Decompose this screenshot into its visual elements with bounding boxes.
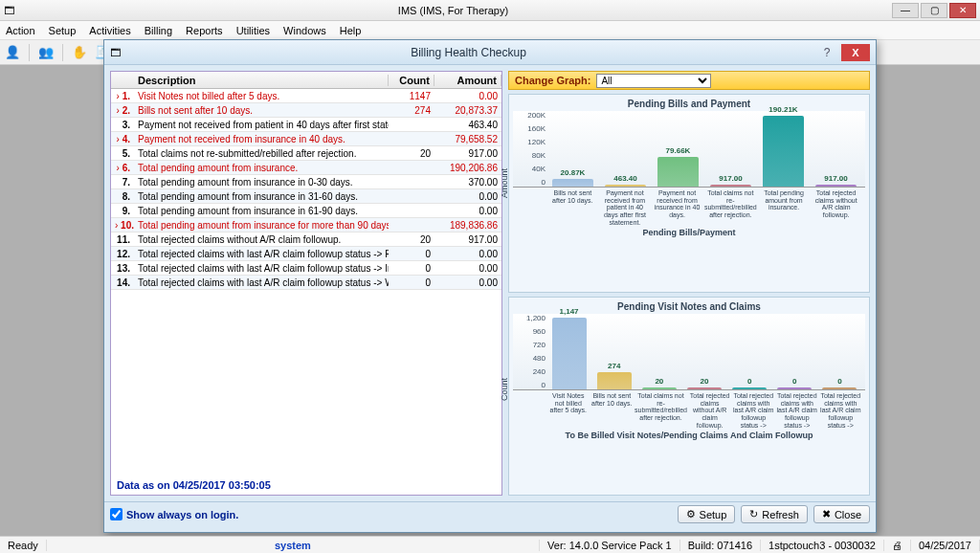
modal-close-button[interactable]: X xyxy=(841,44,870,61)
show-always-checkbox[interactable]: Show always on login. xyxy=(110,508,238,520)
app-titlebar: 🗔 IMS (IMS, For Therapy) — ▢ ✕ xyxy=(0,0,980,21)
chart-area: 1,20096072048024001,1472742020000 xyxy=(513,314,865,390)
menubar: ActionSetupActivitiesBillingReportsUtili… xyxy=(0,21,980,40)
modal-icon: 🗔 xyxy=(110,47,121,58)
menu-activities[interactable]: Activities xyxy=(89,25,130,36)
app-icon: 🗔 xyxy=(4,5,14,16)
data-as-on: Data as on 04/25/2017 03:50:05 xyxy=(111,476,501,495)
x-label: Total rejected claims with last A/R clai… xyxy=(732,392,774,429)
bar: 463.40 xyxy=(600,185,651,187)
x-label: Bills not sent after 10 days. xyxy=(547,189,598,226)
billing-health-checkup-window: 🗔 Billing Health Checkup ? X Description… xyxy=(103,39,877,533)
table-row[interactable]: 10.Total pending amount from insurance f… xyxy=(111,218,501,232)
table-row[interactable]: 8.Total pending amount from insurance in… xyxy=(111,189,501,204)
refresh-icon: ↻ xyxy=(749,508,758,520)
bar: 20 xyxy=(637,387,680,389)
status-user: system xyxy=(47,540,540,551)
x-label: Total claims not re-submitted/rebilled a… xyxy=(704,189,757,226)
close-icon: ✖ xyxy=(822,508,831,520)
table-row[interactable]: 6.Total pending amount from insurance.19… xyxy=(111,161,501,175)
app-close-button[interactable]: ✕ xyxy=(949,3,976,18)
x-label: Total rejected claims with last A/R clai… xyxy=(820,392,862,429)
table-row[interactable]: 3.Payment not received from patient in 4… xyxy=(111,118,501,132)
table-row[interactable]: 7.Total pending amount from insurance in… xyxy=(111,175,501,189)
bar: 20 xyxy=(682,387,725,389)
user-icon[interactable]: 👤 xyxy=(4,44,21,61)
status-build: Build: 071416 xyxy=(680,540,761,551)
bar: 1,147 xyxy=(547,318,590,389)
y-axis-label: Count xyxy=(500,378,509,401)
workspace: 🗔 Billing Health Checkup ? X Description… xyxy=(0,65,980,536)
gear-icon: ⚙ xyxy=(686,508,696,520)
setup-button[interactable]: ⚙Setup xyxy=(678,505,736,523)
show-always-input[interactable] xyxy=(110,508,122,520)
status-date: 04/25/2017 xyxy=(911,540,980,551)
menu-setup[interactable]: Setup xyxy=(49,25,77,36)
modal-footer: Show always on login. ⚙Setup ↻Refresh ✖C… xyxy=(104,501,876,526)
chart-footer: To Be Billed Visit Notes/Pending Claims … xyxy=(513,431,865,440)
bar: 20.87K xyxy=(547,179,598,187)
bar: 0 xyxy=(773,387,816,389)
statusbar: Ready system Ver: 14.0.0 Service Pack 1 … xyxy=(0,536,980,553)
change-graph-label: Change Graph: xyxy=(515,75,590,86)
table-row[interactable]: 12.Total rejected claims with last A/R c… xyxy=(111,247,501,261)
col-description: Description xyxy=(134,75,389,86)
status-printer-icon[interactable]: 🖨 xyxy=(884,540,911,551)
bar: 917.00 xyxy=(811,185,861,187)
hand-icon[interactable]: ✋ xyxy=(71,44,88,61)
metrics-table: Description Count Amount 1.Visit Notes n… xyxy=(110,71,502,496)
x-label: Total pending amount from insurance. xyxy=(759,189,810,226)
x-label: Total rejected claims without A/R claim … xyxy=(689,392,731,429)
bar: 0 xyxy=(818,387,861,389)
minimize-button[interactable]: — xyxy=(892,3,919,18)
chart-title: Pending Bills and Payment xyxy=(513,99,865,109)
maximize-button[interactable]: ▢ xyxy=(921,3,947,18)
col-count: Count xyxy=(389,75,434,86)
bar: 0 xyxy=(728,387,771,389)
menu-utilities[interactable]: Utilities xyxy=(236,25,270,36)
table-row[interactable]: 4.Payment not received from insurance in… xyxy=(111,132,501,146)
modal-title: Billing Health Checkup xyxy=(121,46,816,59)
chart-area: 200K160K120K80K40K020.87K463.4079.66K917… xyxy=(513,111,865,188)
chart-footer: Pending Bills/Payment xyxy=(513,228,865,237)
change-graph-select[interactable]: All xyxy=(596,74,711,88)
col-amount: Amount xyxy=(434,75,501,86)
change-graph-bar: Change Graph: All xyxy=(508,71,870,90)
app-title: IMS (IMS, For Therapy) xyxy=(14,5,892,16)
table-row[interactable]: 5.Total claims not re-submitted/rebilled… xyxy=(111,146,501,161)
x-label: Bills not sent after 10 days. xyxy=(591,392,634,429)
x-label: Visit Notes not billed after 5 days. xyxy=(547,392,590,429)
refresh-button[interactable]: ↻Refresh xyxy=(741,505,808,523)
pending-bills-chart: Pending Bills and PaymentAmount200K160K1… xyxy=(508,94,870,293)
menu-help[interactable]: Help xyxy=(340,25,362,36)
x-label: Payment not received from insurance in 4… xyxy=(652,189,702,226)
y-axis-label: Amount xyxy=(500,168,509,198)
table-row[interactable]: 2.Bills not sent after 10 days.27420,873… xyxy=(111,103,501,118)
help-button[interactable]: ? xyxy=(816,44,837,61)
table-row[interactable]: 1.Visit Notes not billed after 5 days.11… xyxy=(111,89,501,103)
x-label: Total claims not re-submitted/rebilled a… xyxy=(635,392,687,429)
table-row[interactable]: 13.Total rejected claims with last A/R c… xyxy=(111,261,501,276)
bar: 274 xyxy=(592,372,635,389)
table-row[interactable]: 14.Total rejected claims with last A/R c… xyxy=(111,276,501,290)
bar: 190.21K xyxy=(758,116,809,187)
x-label: Payment not received from patient in 40 … xyxy=(600,189,651,226)
x-label: Total rejected claims without A/R claim … xyxy=(811,189,861,226)
table-header: Description Count Amount xyxy=(111,72,501,89)
menu-action[interactable]: Action xyxy=(6,25,35,36)
user-check-icon[interactable]: 👥 xyxy=(37,44,55,61)
menu-billing[interactable]: Billing xyxy=(145,25,172,36)
bar: 917.00 xyxy=(705,185,756,187)
x-label: Total rejected claims with last A/R clai… xyxy=(776,392,818,429)
status-ready: Ready xyxy=(0,540,47,551)
pending-visits-chart: Pending Visit Notes and ClaimsCount1,200… xyxy=(508,297,870,496)
table-row[interactable]: 11.Total rejected claims without A/R cla… xyxy=(111,232,501,247)
status-version: Ver: 14.0.0 Service Pack 1 xyxy=(540,540,680,551)
menu-reports[interactable]: Reports xyxy=(186,25,223,36)
menu-windows[interactable]: Windows xyxy=(283,25,326,36)
table-row[interactable]: 9.Total pending amount from insurance in… xyxy=(111,204,501,218)
status-host: 1stpctouch3 - 0030032 xyxy=(761,540,884,551)
modal-titlebar: 🗔 Billing Health Checkup ? X xyxy=(104,40,876,65)
bar: 79.66K xyxy=(653,157,703,187)
close-button[interactable]: ✖Close xyxy=(813,505,870,523)
